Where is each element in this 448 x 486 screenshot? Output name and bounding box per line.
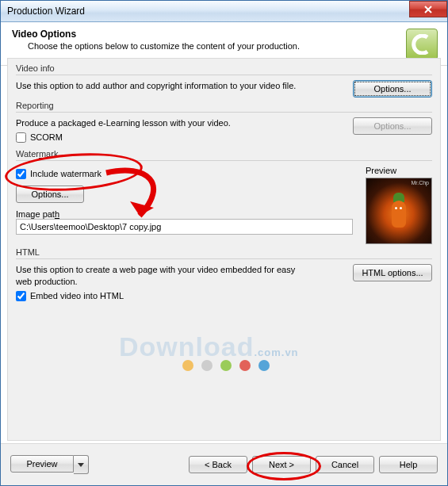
include-watermark-input[interactable] <box>16 169 26 179</box>
reporting-title: Reporting <box>16 101 432 110</box>
page-subtitle: Choose the options below to customize th… <box>28 41 300 51</box>
branding-watermark: Download.com.vn <box>119 331 299 362</box>
scorm-checkbox-input[interactable] <box>16 132 26 143</box>
camtasia-logo <box>406 29 438 60</box>
reporting-desc: Produce a packaged e-Learning lesson wit… <box>16 117 301 129</box>
window-buttons <box>409 1 447 21</box>
help-button[interactable]: Help <box>379 456 438 473</box>
production-wizard-window: Production Wizard Video Options Choose t… <box>0 0 448 486</box>
branding-dots <box>182 360 270 371</box>
preview-dropdown[interactable] <box>74 455 89 474</box>
preview-split-button[interactable]: Preview <box>10 455 89 474</box>
preview-thumbnail: Mr.Chp <box>366 178 432 244</box>
reporting-options-button: Options... <box>353 117 432 135</box>
dot-icon <box>182 360 193 371</box>
cancel-button[interactable]: Cancel <box>316 456 374 473</box>
html-desc: Use this option to create a web page wit… <box>16 264 301 288</box>
video-info-group: Video info Use this option to add author… <box>16 63 432 98</box>
preview-badge: Mr.Chp <box>411 180 429 186</box>
separator <box>16 75 432 75</box>
content-panel: Download.com.vn Video info Use this opti… <box>7 58 441 441</box>
footer: Preview < Back Next > Cancel Help <box>1 443 447 485</box>
html-options-button[interactable]: HTML options... <box>353 264 432 281</box>
watermark-title: Watermark <box>16 149 432 159</box>
video-info-desc: Use this option to add author and copyri… <box>16 80 296 92</box>
close-button[interactable] <box>409 1 447 17</box>
watermark-group: Watermark Include watermark Options... I… <box>16 149 432 244</box>
include-watermark-checkbox[interactable]: Include watermark <box>16 169 353 179</box>
html-title: HTML <box>16 247 432 257</box>
dot-icon <box>220 360 232 371</box>
reporting-group: Reporting Produce a packaged e-Learning … <box>16 101 432 146</box>
carrot-character-icon <box>390 193 408 231</box>
titlebar: Production Wizard <box>1 1 447 22</box>
back-button[interactable]: < Back <box>189 456 247 473</box>
embed-html-checkbox[interactable]: Embed video into HTML <box>16 291 345 301</box>
watermark-preview: Preview Mr.Chp <box>366 166 432 244</box>
chevron-down-icon <box>78 463 84 467</box>
page-title: Video Options <box>12 29 300 40</box>
window-title: Production Wizard <box>7 6 85 17</box>
next-button[interactable]: Next > <box>252 456 311 473</box>
close-icon <box>423 6 433 13</box>
watermark-options-button[interactable]: Options... <box>16 186 84 203</box>
preview-label: Preview <box>366 166 432 175</box>
embed-html-label: Embed video into HTML <box>30 291 124 300</box>
image-path-field[interactable] <box>16 219 353 235</box>
logo-icon <box>412 34 432 55</box>
separator <box>16 258 432 259</box>
image-path-label: Image path <box>16 209 353 219</box>
scorm-checkbox[interactable]: SCORM <box>16 132 345 143</box>
video-info-options-button[interactable]: Options... <box>353 80 432 98</box>
scorm-label: SCORM <box>30 132 63 142</box>
html-group: HTML Use this option to create a web pag… <box>16 247 432 304</box>
separator <box>16 160 432 161</box>
dot-icon <box>201 360 213 371</box>
embed-html-input[interactable] <box>16 291 26 301</box>
video-info-title: Video info <box>16 63 432 73</box>
dot-icon <box>239 360 251 371</box>
include-watermark-label: Include watermark <box>30 169 101 178</box>
preview-button[interactable]: Preview <box>10 455 74 473</box>
separator <box>16 112 432 113</box>
dot-icon <box>258 360 270 371</box>
